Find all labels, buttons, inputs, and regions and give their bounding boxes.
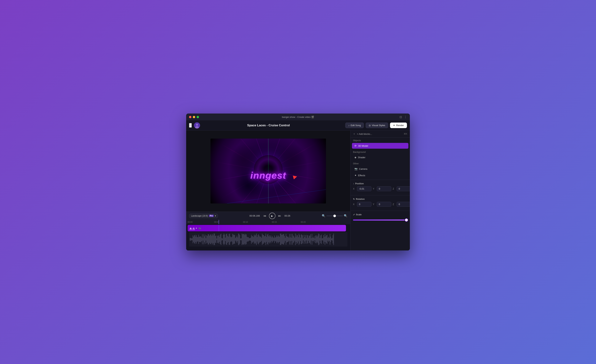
fastforward-button[interactable]: ⏭ <box>277 213 282 218</box>
rotation-y-input[interactable] <box>377 202 391 207</box>
cast-icon[interactable]: ⊡ <box>400 115 402 119</box>
playhead <box>219 220 219 224</box>
waveform-bar <box>230 236 231 242</box>
waveform-bar <box>247 237 247 242</box>
titlebar: banger.show - Create video 🎬 ⊡ ⋮ <box>186 114 410 120</box>
waveform-bar <box>228 237 229 242</box>
waveform-bar <box>322 238 322 240</box>
visual-styles-button[interactable]: ◎ Visual Styles <box>366 123 388 128</box>
waveform-bar <box>333 235 333 244</box>
edit-song-button[interactable]: ♪ Edit Song <box>345 123 364 128</box>
scale-section: ⤢ Scale <box>350 212 410 219</box>
waveform-bar <box>317 237 317 242</box>
menu-button[interactable]: ≡ <box>189 123 192 128</box>
rotation-z-input[interactable] <box>397 202 410 207</box>
track-duration: 00:26 <box>189 228 195 231</box>
waveform-bar <box>191 238 191 240</box>
waveform-bar <box>291 234 291 245</box>
waveform-bar <box>286 236 287 243</box>
format-selector[interactable]: Landscape (16:9) Pro ▾ <box>189 214 218 218</box>
waveform-bar <box>333 233 334 245</box>
waveform-bar <box>255 236 255 243</box>
position-z-input[interactable] <box>397 186 410 191</box>
waveform-bar <box>265 236 265 243</box>
waveform-bar <box>270 237 270 242</box>
waveform-bar <box>255 235 256 244</box>
object-shader[interactable]: ◈ Shader <box>352 154 408 160</box>
waveform-bar <box>294 238 295 241</box>
waveform-bar <box>214 233 215 245</box>
waveform-bar <box>216 235 216 243</box>
waveform-bar <box>197 237 198 242</box>
render-button[interactable]: ✦ Render <box>390 123 407 128</box>
waveform-bar <box>304 235 304 244</box>
window-controls <box>189 116 199 118</box>
waveform-bar <box>234 235 235 244</box>
waveform-bar <box>247 237 248 241</box>
ruler-mark-10: 00:10 <box>243 221 248 223</box>
waveform-bar <box>332 238 332 240</box>
waveform-bar <box>245 235 245 244</box>
waveform-bar <box>208 234 208 245</box>
video-frame[interactable]: inngest ▶ <box>210 138 326 204</box>
rotation-y-label: Y <box>373 203 375 206</box>
add-blocks-bar[interactable]: ＋ + Add blocks... ⌘K <box>350 131 410 138</box>
scale-thumb[interactable] <box>405 218 408 222</box>
waveform-bar <box>271 235 271 243</box>
waveform-bar <box>262 234 262 245</box>
waveform-bar <box>330 237 331 242</box>
waveform-bar <box>245 234 246 245</box>
waveform-bar <box>195 237 196 242</box>
position-x-input[interactable] <box>357 186 372 191</box>
window-title: banger.show - Create video 🎬 <box>282 116 314 118</box>
main-track[interactable]: ☻ ⊕ ✦ 📹 00:26 <box>188 225 346 231</box>
waveform-bar <box>263 235 263 244</box>
rewind-button[interactable]: ⏮ <box>262 213 268 218</box>
current-time: 00:06.166 <box>249 214 260 217</box>
waveform-bar <box>318 233 319 245</box>
minimize-button[interactable] <box>193 116 195 118</box>
close-button[interactable] <box>189 116 191 118</box>
waveform-bar <box>198 235 199 244</box>
objects-section-label: Objects <box>350 138 410 143</box>
zoom-slider[interactable] <box>327 216 343 216</box>
waveform-bar <box>204 236 205 243</box>
waveform-bar <box>329 238 330 241</box>
waveform-bar <box>230 234 230 245</box>
waveform-bar <box>237 235 237 243</box>
waveform-bar <box>331 238 332 240</box>
add-blocks-shortcut: ⌘K <box>404 133 407 135</box>
waveform-bar <box>314 236 314 242</box>
play-button[interactable]: ▶ <box>269 213 276 219</box>
waveform-bar <box>301 234 301 244</box>
waveform-bar <box>211 234 211 244</box>
waveform-bar <box>198 237 198 241</box>
waveform-bar <box>289 234 290 244</box>
waveform-bar <box>276 235 277 243</box>
waveform-bar <box>312 234 312 245</box>
waveform-bar <box>193 237 194 242</box>
waveform-bar <box>206 238 206 240</box>
zoom-out-button[interactable]: 🔍 <box>322 214 325 218</box>
waveform-bar <box>239 235 240 243</box>
video-background: inngest ▶ <box>210 138 326 204</box>
maximize-button[interactable] <box>197 116 199 118</box>
rotation-x-input[interactable] <box>357 202 372 207</box>
3d-model-label: 3D Model <box>358 145 368 147</box>
object-effects[interactable]: ✦ Effects <box>352 172 408 178</box>
waveform-bar <box>191 238 192 240</box>
waveform-bar <box>276 237 276 242</box>
playback-controls: ⏮ ▶ ⏭ <box>262 213 282 219</box>
shader-label: Shader <box>358 156 365 159</box>
zoom-in-button[interactable]: 🔍 <box>344 214 347 218</box>
camera-icon: 📹 <box>198 227 201 230</box>
object-camera[interactable]: 📷 Camera <box>352 166 408 172</box>
scale-track[interactable] <box>353 219 407 221</box>
waveform-bar <box>307 235 307 244</box>
object-3d-model[interactable]: ⟳ 3D Model <box>352 143 408 149</box>
waveform-bar <box>260 237 260 242</box>
position-y-input[interactable] <box>377 186 391 191</box>
waveform-bars <box>189 232 347 247</box>
waveform-bar <box>299 235 300 244</box>
more-icon[interactable]: ⋮ <box>404 115 407 119</box>
